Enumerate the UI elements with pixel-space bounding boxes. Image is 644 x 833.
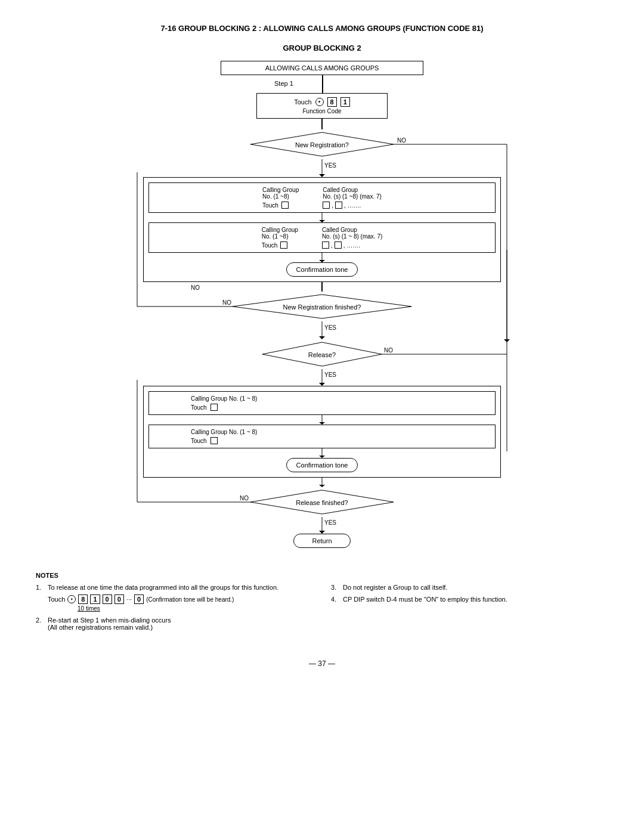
note-1-confirmation: (Confirmation tone will be heard.) [146,596,234,603]
svg-text:NO: NO [384,347,393,354]
svg-text:New Registration finished?: New Registration finished? [283,304,361,311]
release-finished-svg: Release finished? NO [113,487,531,517]
svg-text:NO: NO [191,284,200,291]
page-title: 7-16 GROUP BLOCKING 2 : ALLOWING CALLS A… [36,24,608,33]
touch-function-code-box: Touch • 8 1 Function Code [256,93,388,119]
note-2-text: Re-start at Step 1 when mis-dialing occu… [48,617,171,624]
page-number: — 37 — [36,659,608,668]
svg-text:Release finished?: Release finished? [296,499,348,506]
release-diamond-svg: Release? NO [113,339,531,369]
note-4-number: 4. [331,596,336,603]
svg-text:NO: NO [397,137,406,144]
note-1-text: To release at one time the data programm… [48,584,278,591]
note-4-text: CP DIP switch D-4 must be "ON" to employ… [343,596,507,603]
flowchart: ALLOWING CALLS AMONG GROUPS Step 1 Touch… [113,61,531,560]
note-1-8: 8 [78,594,88,604]
note-1-10times: 10 times [78,605,313,612]
right-connector [113,554,531,560]
confirmation-tone-2: Confirmation tone [286,458,358,472]
svg-text:Release?: Release? [308,351,336,358]
note-1-0a: 0 [103,594,112,604]
svg-text:NO: NO [240,495,249,501]
eight-key: 8 [327,97,337,107]
touch-calling-called-box2: Calling Group No. (1 ~8) Touch Called Gr… [148,222,496,253]
touch-label: Touch [294,98,311,106]
notes-section: NOTES 1. To release at one time the data… [36,572,608,636]
note-3: 3. Do not register a Group to call itsel… [331,584,608,591]
svg-text:YES: YES [324,519,336,526]
svg-text:YES: YES [324,324,336,331]
note-1-0b: 0 [114,594,124,604]
top-box: ALLOWING CALLS AMONG GROUPS [221,61,423,75]
note-2: 2. Re-start at Step 1 when mis-dialing o… [36,617,313,631]
note-2-number: 2. [36,617,41,624]
step1-label: Step 1 [274,80,293,87]
svg-text:New Registration?: New Registration? [295,141,349,148]
touch-calling-called-box1: Calling Group No. (1 ~8) Touch Called Gr… [148,182,496,213]
note-1-number: 1. [36,584,41,591]
dot-key: • [315,98,324,106]
notes-title: NOTES [36,572,608,579]
svg-text:YES: YES [324,371,336,378]
one-key: 1 [340,97,350,107]
note-1-1: 1 [90,594,100,604]
note-3-text: Do not register a Group to call itself. [343,584,447,591]
section-title: GROUP BLOCKING 2 [36,44,608,52]
note-4: 4. CP DIP switch D-4 must be "ON" to emp… [331,596,608,603]
calling-group-touch-box1: Calling Group No. (1 ~ 8) Touch [148,391,496,415]
note-3-number: 3. [331,584,336,591]
note-1-0c: 0 [134,594,144,604]
note-2-text2: (All other registrations remain valid.) [48,624,153,631]
note-1-touch: Touch [48,596,65,603]
confirmation-tone-1: Confirmation tone [286,262,358,277]
new-reg-diamond-svg: New Registration? NO [113,129,531,159]
function-code-label: Function Code [263,108,381,114]
new-reg-finished-svg: New Registration finished? NO [113,292,531,321]
calling-group-touch-box2: Calling Group No. (1 ~ 8) Touch [148,425,496,448]
return-oval: Return [293,534,350,548]
svg-text:NO: NO [222,299,231,306]
note-1-dot: • [67,595,76,603]
note-1-dots: ··· [126,596,132,603]
note-1: 1. To release at one time the data progr… [36,584,313,612]
svg-text:YES: YES [324,162,336,169]
